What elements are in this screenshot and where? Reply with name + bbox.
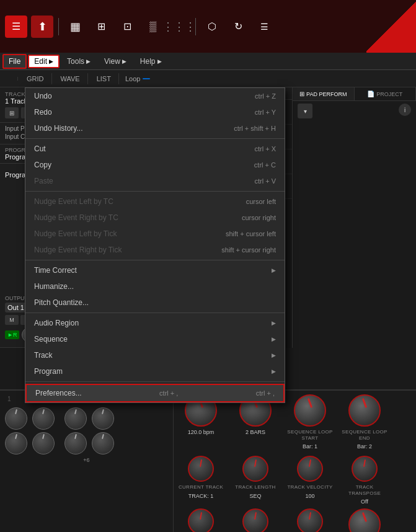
top-toolbar: ☰ ⬆ ▦ ⊞ ⊡ ▒ ⋮⋮⋮ ⬡ ↻ ☰ [0,0,416,53]
menu-item-track[interactable]: Track▶ [25,347,285,363]
menu-item-label: Time Correct [34,266,77,275]
current-track-label: CURRENT TRACK [179,484,223,490]
menu-item-pitch-quantize-[interactable]: Pitch Quantize... [25,295,285,311]
hamburger-button[interactable]: ☰ [5,16,27,38]
menu-item-undo[interactable]: Undoctrl + Z [25,88,285,104]
toolbar-icon-1[interactable]: ▦ [64,16,86,38]
bars-value: 2 BARS [246,429,265,435]
track-transpose-value: Off [361,499,368,505]
help-menu[interactable]: Help ▶ [134,55,168,68]
knob-1-4[interactable] [92,407,114,430]
knob-row-1 [5,407,168,430]
loop-value[interactable] [143,78,150,79]
menu-item-nudge-event-left-by-tc: Nudge Event Left by TCcursor left [25,193,285,210]
right-panel-controls: ▾ i [293,101,416,121]
menu-item-label: Cut [34,144,46,153]
menu-shortcut: ctrl + Z [255,92,276,100]
knob-2-3[interactable] [64,432,87,454]
info-button[interactable]: i [399,104,411,116]
dropdown-button[interactable]: ▾ [298,104,312,118]
seq-loop-start-group: SEQUENCE LOOP START Bar: 1 [285,394,335,450]
menu-item-cut[interactable]: Cutctrl + X [25,141,285,157]
bottom-right-panel: 120.0 bpm 2 BARS SEQUENCE LOOP START Bar… [174,391,416,532]
menu-item-humanize-[interactable]: Humanize... [25,278,285,295]
toolbar-icon-5[interactable]: ⋮⋮⋮ [168,16,190,38]
menu-shortcut: cursor right [242,214,276,221]
bottom-knob-row: CURRENT TRACK TRACK: 1 TRACK LENGTH SEQ … [176,456,414,505]
swing-knob[interactable] [297,508,323,532]
toolbar-icon-4[interactable]: ▒ [142,16,164,38]
current-track-value: TRACK: 1 [188,493,214,499]
track-velocity-knob[interactable] [297,456,323,482]
time-correct-strength-group: TIME CORRECT STRENGTH [340,508,389,532]
menu-shortcut: ctrl + , [159,389,178,397]
mute-button[interactable]: M [5,315,19,325]
knob-1-2[interactable] [32,407,55,430]
time-knob-row: TIME CORRECT TIME DIVISION SWING TIME CO… [176,508,414,532]
knob-2-1[interactable] [5,432,27,454]
toolbar-icon-3[interactable]: ⊡ [116,16,138,38]
secondary-tab-1[interactable] [2,77,18,81]
menu-item-label: Copy [34,161,51,169]
time-division-knob[interactable] [242,508,268,532]
toolbar-icon-8[interactable]: ☰ [253,16,275,38]
menu-shortcut: ctrl + shift + H [234,125,276,132]
seq-loop-start-knob[interactable] [294,394,326,427]
menu-item-label: Nudge Event Right by TC [34,213,118,222]
track-icon-grid[interactable]: ⊞ [5,107,19,118]
seq-loop-end-group: SEQUENCE LOOP END Bar: 2 [340,394,389,450]
time-correct-strength-knob[interactable] [348,508,381,532]
menu-item-redo[interactable]: Redoctrl + Y [25,104,285,120]
secondary-tab-3[interactable]: WAVE [53,73,88,84]
menu-item-label: Sequence [34,335,68,344]
knob-1-3[interactable] [64,407,87,430]
menu-item-preferences-[interactable]: Preferences...ctrl + ,ctrl + , [25,384,285,402]
menu-item-label: Preferences... [35,389,82,397]
menu-item-undo-history-[interactable]: Undo History...ctrl + shift + H [25,120,285,136]
submenu-arrow-icon: ▶ [272,320,276,326]
menu-item-copy[interactable]: Copyctrl + C [25,157,285,173]
secondary-tab-4[interactable]: LIST [89,73,119,84]
view-menu[interactable]: View ▶ [98,55,133,68]
menu-divider [25,381,285,382]
toolbar-icon-6[interactable]: ⬡ [201,16,223,38]
upload-button[interactable]: ⬆ [31,16,53,38]
menu-item-label: Pitch Quantize... [34,298,89,307]
menu-item-label: Audio Region [34,319,79,327]
current-track-knob[interactable] [188,456,214,482]
track-length-group: TRACK LENGTH SEQ [231,456,280,505]
menu-item-program[interactable]: Program▶ [25,363,285,379]
tools-menu[interactable]: Tools ▶ [61,55,97,68]
knob-2-2[interactable] [32,432,55,454]
toolbar-icon-7[interactable]: ↻ [227,16,249,38]
menu-shortcut: ctrl + , [256,389,275,397]
menu-item-time-correct[interactable]: Time Correct▶ [25,262,285,278]
time-correct-knob[interactable] [188,508,214,532]
toolbar-icon-2[interactable]: ⊞ [90,16,112,38]
track-length-label: TRACK LENGTH [235,484,275,490]
seq-loop-end-knob[interactable] [348,394,381,427]
menu-shortcut: shift + cursor left [226,230,276,237]
bpm-value: 120.0 bpm [188,429,215,435]
track-transpose-knob[interactable] [352,456,378,482]
project-tab[interactable]: 📄 PROJECT [355,87,417,100]
seq-loop-start-label: SEQUENCE LOOP START [285,429,335,441]
top-right-accent [366,0,416,53]
track-length-knob[interactable] [242,456,268,482]
secondary-tab-2[interactable]: GRID [19,73,52,84]
file-menu[interactable]: File [2,54,27,69]
menu-item-label: Redo [34,108,52,117]
menu-divider [25,313,285,313]
seq-loop-end-label: SEQUENCE LOOP END [340,429,389,441]
menu-item-sequence[interactable]: Sequence▶ [25,331,285,347]
knob-2-4[interactable] [92,432,114,454]
pad-perform-tab[interactable]: ⊞ PAD PERFORM [293,87,355,100]
knob-1-1[interactable] [5,407,27,430]
record-arm-button[interactable]: ►R [5,330,19,339]
menu-divider [25,138,285,139]
menu-shortcut: ctrl + V [254,177,276,185]
menu-item-audio-region[interactable]: Audio Region▶ [25,315,285,331]
edit-menu[interactable]: Edit ▶ [28,55,60,68]
current-track-group: CURRENT TRACK TRACK: 1 [176,456,226,505]
right-panel: ⊞ PAD PERFORM 📄 PROJECT ▾ i [292,87,416,348]
